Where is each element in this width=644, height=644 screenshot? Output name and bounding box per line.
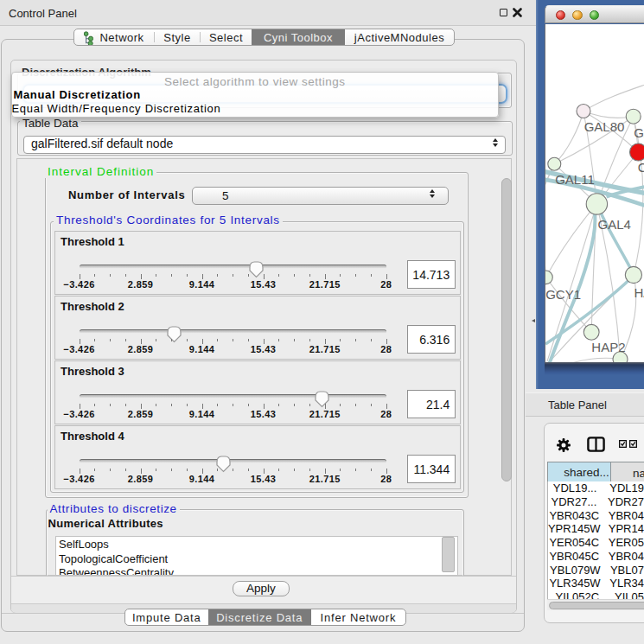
svg-text:GAL80: GAL80 <box>584 119 625 134</box>
svg-text:GCY1: GCY1 <box>545 287 581 302</box>
svg-text:GA: GA <box>634 125 644 140</box>
svg-text:HAP2: HAP2 <box>591 340 625 354</box>
svg-text:GAL4: GAL4 <box>598 217 631 232</box>
svg-text:CR: CR <box>638 160 644 175</box>
svg-text:GAL11: GAL11 <box>555 172 595 187</box>
svg-text:HA: HA <box>634 285 644 300</box>
